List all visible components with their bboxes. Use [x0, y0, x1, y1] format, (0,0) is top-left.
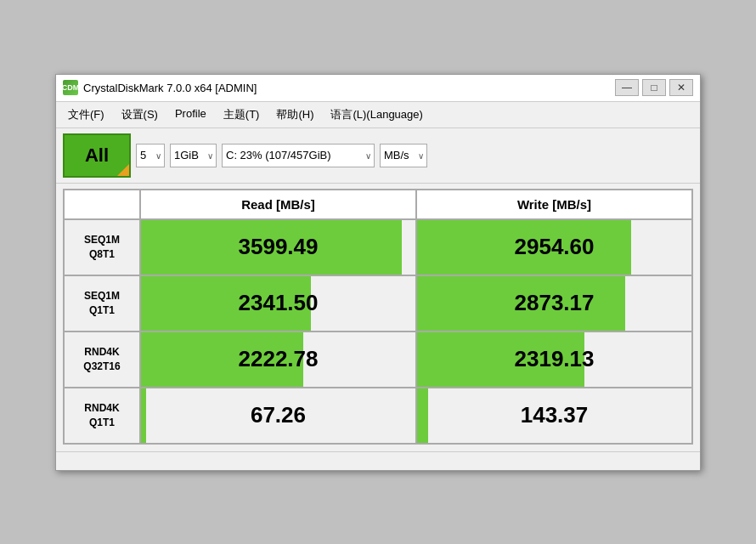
- menu-help[interactable]: 帮助(H): [268, 104, 322, 126]
- write-value: 2954.60: [417, 220, 691, 275]
- maximize-button[interactable]: □: [642, 79, 666, 96]
- read-value: 2222.78: [141, 332, 415, 387]
- unit-select-wrapper: MB/s: [380, 144, 427, 167]
- benchmark-table: Read [MB/s] Write [MB/s] SEQ1MQ8T13599.4…: [63, 189, 693, 445]
- unit-select[interactable]: MB/s: [380, 144, 427, 167]
- app-icon: CDM: [63, 80, 78, 95]
- table-row: RND4KQ32T162222.782319.13: [64, 332, 692, 388]
- title-bar: CDM CrystalDiskMark 7.0.0 x64 [ADMIN] — …: [56, 75, 700, 102]
- read-value-cell: 2222.78: [140, 332, 416, 388]
- menu-bar: 文件(F) 设置(S) Profile 主题(T) 帮助(H) 语言(L)(La…: [56, 102, 700, 128]
- col-header-write: Write [MB/s]: [416, 190, 692, 219]
- window-title: CrystalDiskMark 7.0.0 x64 [ADMIN]: [83, 82, 257, 94]
- write-value-cell: 2873.17: [416, 275, 692, 332]
- read-value-cell: 67.26: [140, 388, 416, 444]
- menu-theme[interactable]: 主题(T): [215, 104, 268, 126]
- row-label: SEQ1MQ1T1: [64, 275, 140, 332]
- drive-select[interactable]: C: 23% (107/457GiB): [222, 144, 375, 167]
- read-value: 3599.49: [141, 220, 415, 275]
- title-bar-controls: — □ ✕: [615, 79, 693, 96]
- loops-select-wrapper: 5: [136, 144, 165, 167]
- read-value-cell: 2341.50: [140, 275, 416, 332]
- row-label: SEQ1MQ8T1: [64, 219, 140, 275]
- loops-select[interactable]: 5: [136, 144, 165, 167]
- all-button[interactable]: All: [63, 133, 131, 178]
- size-select[interactable]: 1GiB: [170, 144, 217, 167]
- write-value: 2873.17: [417, 276, 691, 331]
- title-bar-left: CDM CrystalDiskMark 7.0.0 x64 [ADMIN]: [63, 80, 257, 95]
- menu-profile[interactable]: Profile: [166, 104, 215, 126]
- col-header-read: Read [MB/s]: [140, 190, 416, 219]
- menu-language[interactable]: 语言(L)(Language): [322, 104, 431, 126]
- row-label: RND4KQ1T1: [64, 388, 140, 444]
- read-value: 67.26: [141, 388, 415, 443]
- menu-settings[interactable]: 设置(S): [113, 104, 166, 126]
- menu-file[interactable]: 文件(F): [59, 104, 113, 126]
- write-value: 2319.13: [417, 332, 691, 387]
- read-value: 2341.50: [141, 276, 415, 331]
- drive-select-wrapper: C: 23% (107/457GiB): [222, 144, 375, 167]
- write-value-cell: 2954.60: [416, 219, 692, 275]
- content-area: Read [MB/s] Write [MB/s] SEQ1MQ8T13599.4…: [56, 184, 700, 451]
- status-bar: [56, 451, 700, 470]
- write-value: 143.37: [417, 388, 691, 443]
- row-label: RND4KQ32T16: [64, 332, 140, 388]
- minimize-button[interactable]: —: [615, 79, 639, 96]
- toolbar: All 5 1GiB C: 23% (107/457GiB) MB/s: [56, 128, 700, 184]
- size-select-wrapper: 1GiB: [170, 144, 217, 167]
- table-row: SEQ1MQ8T13599.492954.60: [64, 219, 692, 275]
- main-window: CDM CrystalDiskMark 7.0.0 x64 [ADMIN] — …: [55, 74, 701, 471]
- write-value-cell: 143.37: [416, 388, 692, 444]
- read-value-cell: 3599.49: [140, 219, 416, 275]
- col-header-label: [64, 190, 140, 219]
- table-row: RND4KQ1T167.26143.37: [64, 388, 692, 444]
- close-button[interactable]: ✕: [669, 79, 693, 96]
- write-value-cell: 2319.13: [416, 332, 692, 388]
- table-row: SEQ1MQ1T12341.502873.17: [64, 275, 692, 332]
